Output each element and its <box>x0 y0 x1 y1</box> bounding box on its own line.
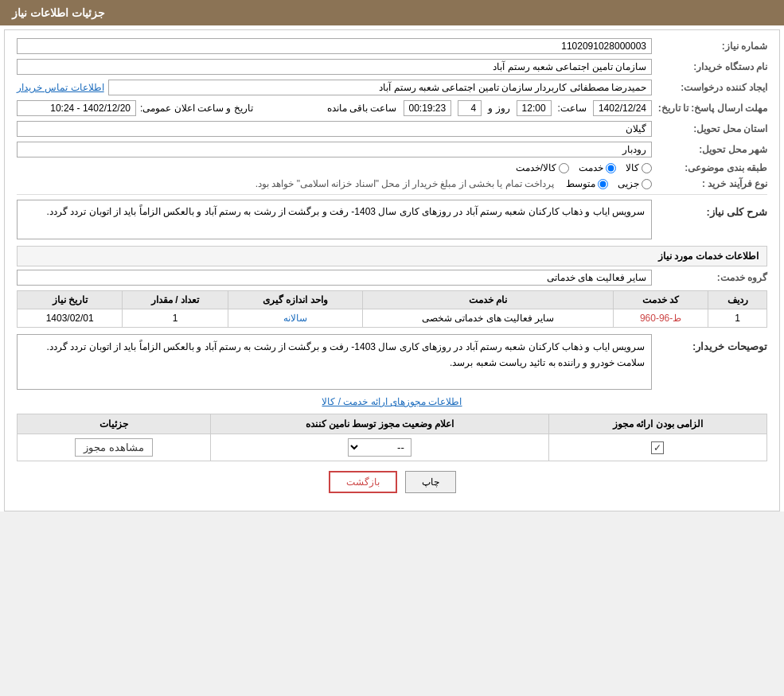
permit-col-required: الزامی بودن ارائه مجوز <box>548 414 766 434</box>
process-medium: متوسط <box>566 178 608 189</box>
services-section-label: اطلاعات خدمات مورد نیاز <box>658 251 759 262</box>
category-radio-group: کالا خدمت کالا/خدمت <box>516 162 652 173</box>
services-table-body: 1 ط-96-960 سایر فعالیت های خدماتی شخصی س… <box>18 309 767 328</box>
category-good-radio[interactable] <box>642 163 652 173</box>
permit-table-head: الزامی بودن ارائه مجوز اعلام وضعیت مجوز … <box>18 414 767 434</box>
city-label: شهر محل تحویل: <box>656 144 767 155</box>
province-label: استان محل تحویل: <box>656 123 767 134</box>
deadline-row: مهلت ارسال پاسخ: تا تاریخ: 1402/12/24 سا… <box>17 100 767 116</box>
table-row: 1 ط-96-960 سایر فعالیت های خدماتی شخصی س… <box>18 309 767 328</box>
creator-row: ایجاد کننده درخواست: حمیدرضا مصطفائی کار… <box>17 80 767 95</box>
deadline-time: 12:00 <box>517 100 552 116</box>
services-table-head: ردیف کد خدمت نام خدمت واحد اندازه گیری ت… <box>18 291 767 309</box>
category-both-label: کالا/خدمت <box>516 162 556 173</box>
need-number-value: 1102091028000003 <box>17 38 652 54</box>
cell-count: 1 <box>123 309 228 328</box>
deadline-datetime: 1402/12/24 ساعت: 12:00 روز و 4 00:19:23 … <box>327 100 652 116</box>
col-service-name: نام خدمت <box>363 291 614 309</box>
public-announce-value: 1402/12/20 - 10:24 <box>17 100 136 116</box>
category-service: خدمت <box>579 162 616 173</box>
city-value: رودبار <box>17 142 652 157</box>
buyer-notes-line2: سلامت خودرو و راننده به تائید ریاست شعبه… <box>450 357 645 368</box>
back-button[interactable]: بازگشت <box>329 471 397 493</box>
page-header: جزئیات اطلاعات نیاز <box>0 0 784 25</box>
buyer-notes-row: توصیحات خریدار: سرویس ایاب و ذهاب کارکنا… <box>17 334 767 390</box>
process-row: نوع فرآیند خرید : جزیی متوسط پرداخت تمام… <box>17 178 767 189</box>
service-group-value: سایر فعالیت های خدماتی <box>17 270 652 286</box>
deadline-date: 1402/12/24 <box>593 100 652 116</box>
creator-label: ایجاد کننده درخواست: <box>656 82 767 93</box>
process-medium-label: متوسط <box>566 178 595 189</box>
permit-status-select[interactable]: -- <box>348 438 412 457</box>
send-deadline-label: مهلت ارسال پاسخ: تا تاریخ: <box>656 103 767 114</box>
province-value: گیلان <box>17 121 652 137</box>
process-partial-radio[interactable] <box>642 179 652 189</box>
remaining-value: 00:19:23 <box>404 100 452 116</box>
need-number-row: شماره نیاز: 1102091028000003 <box>17 38 767 54</box>
cell-row-num: 1 <box>708 309 767 328</box>
process-note: پرداخت تمام یا بخشی از مبلغ خریدار از مح… <box>255 178 554 189</box>
page-title: جزئیات اطلاعات نیاز <box>12 6 105 19</box>
action-buttons: چاپ بازگشت <box>17 471 767 493</box>
cell-service-code: ط-96-960 <box>613 309 708 328</box>
category-good: کالا <box>626 162 652 173</box>
col-count: تعداد / مقدار <box>123 291 228 309</box>
contact-link[interactable]: اطلاعات تماس خریدار <box>17 82 104 93</box>
public-announce-label: تاریخ و ساعت اعلان عمومی: <box>140 103 253 114</box>
buyer-org-label: نام دستگاه خریدار: <box>656 61 767 72</box>
process-medium-radio[interactable] <box>598 179 608 189</box>
col-unit: واحد اندازه گیری <box>228 291 362 309</box>
buyer-org-row: نام دستگاه خریدار: سازمان تامین اجتماعی … <box>17 59 767 75</box>
permit-col-details: جزئیات <box>18 414 211 434</box>
cell-unit: سالانه <box>228 309 362 328</box>
permit-section-link[interactable]: اطلاعات مجوزهای ارائه خدمت / کالا <box>17 396 767 407</box>
category-both-radio[interactable] <box>559 163 569 173</box>
permit-required-checkbox[interactable] <box>651 441 664 454</box>
service-group-label: گروه خدمت: <box>656 272 767 283</box>
main-content: شماره نیاز: 1102091028000003 نام دستگاه … <box>4 29 780 511</box>
permit-required-cell <box>548 434 766 461</box>
buyer-org-value: سازمان تامین اجتماعی شعبه رستم آباد <box>17 59 652 75</box>
service-group-row: گروه خدمت: سایر فعالیت های خدماتی <box>17 270 767 286</box>
category-good-label: کالا <box>626 162 639 173</box>
permit-table: الزامی بودن ارائه مجوز اعلام وضعیت مجوز … <box>17 414 767 461</box>
divider-1 <box>17 194 767 195</box>
col-date: تاریخ نیاز <box>18 291 123 309</box>
days-value: 4 <box>458 100 482 116</box>
permit-status-cell: -- <box>210 434 548 461</box>
page-wrapper: جزئیات اطلاعات نیاز شماره نیاز: 11020910… <box>0 0 784 511</box>
permit-table-body: -- مشاهده مجوز <box>18 434 767 461</box>
col-row-num: ردیف <box>708 291 767 309</box>
remaining-label: ساعت باقی مانده <box>327 103 397 114</box>
category-service-radio[interactable] <box>606 163 616 173</box>
process-partial: جزیی <box>618 178 652 189</box>
creator-value: حمیدرضا مصطفائی کاربردار سازمان تامین اج… <box>108 80 652 95</box>
col-service-code: کد خدمت <box>613 291 708 309</box>
buyer-notes-line1: سرویس ایاب و ذهاب کارکنان شعبه رستم آباد… <box>47 341 645 352</box>
need-number-label: شماره نیاز: <box>656 41 767 52</box>
cell-service-name: سایر فعالیت های خدماتی شخصی <box>363 309 614 328</box>
process-partial-label: جزیی <box>618 178 639 189</box>
category-service-label: خدمت <box>579 162 603 173</box>
process-radio-group: جزیی متوسط <box>566 178 652 189</box>
city-row: شهر محل تحویل: رودبار <box>17 142 767 157</box>
print-button[interactable]: چاپ <box>405 471 456 493</box>
permit-table-row: -- مشاهده مجوز <box>18 434 767 461</box>
need-desc-row: شرح کلی نیاز: سرویس ایاب و ذهاب کارکنان … <box>17 200 767 239</box>
process-label: نوع فرآیند خرید : <box>656 178 767 189</box>
permit-details-cell: مشاهده مجوز <box>18 434 211 461</box>
time-label: ساعت: <box>558 103 587 114</box>
permit-header-row: الزامی بودن ارائه مجوز اعلام وضعیت مجوز … <box>18 414 767 434</box>
buyer-notes-label: توصیحات خریدار: <box>656 340 767 352</box>
days-label: روز و <box>488 103 509 114</box>
buyer-notes-value: سرویس ایاب و ذهاب کارکنان شعبه رستم آباد… <box>17 334 652 390</box>
permit-col-status: اعلام وضعیت مجوز توسط نامین کننده <box>210 414 548 434</box>
show-permit-button[interactable]: مشاهده مجوز <box>75 438 153 457</box>
need-desc-value: سرویس ایاب و ذهاب کارکنان شعبه رستم آباد… <box>17 200 652 239</box>
cell-date: 1403/02/01 <box>18 309 123 328</box>
services-table: ردیف کد خدمت نام خدمت واحد اندازه گیری ت… <box>17 290 767 328</box>
province-row: استان محل تحویل: گیلان <box>17 121 767 137</box>
services-section-header: اطلاعات خدمات مورد نیاز <box>17 246 767 266</box>
services-table-header-row: ردیف کد خدمت نام خدمت واحد اندازه گیری ت… <box>18 291 767 309</box>
category-label: طبقه بندی موضوعی: <box>656 162 767 173</box>
